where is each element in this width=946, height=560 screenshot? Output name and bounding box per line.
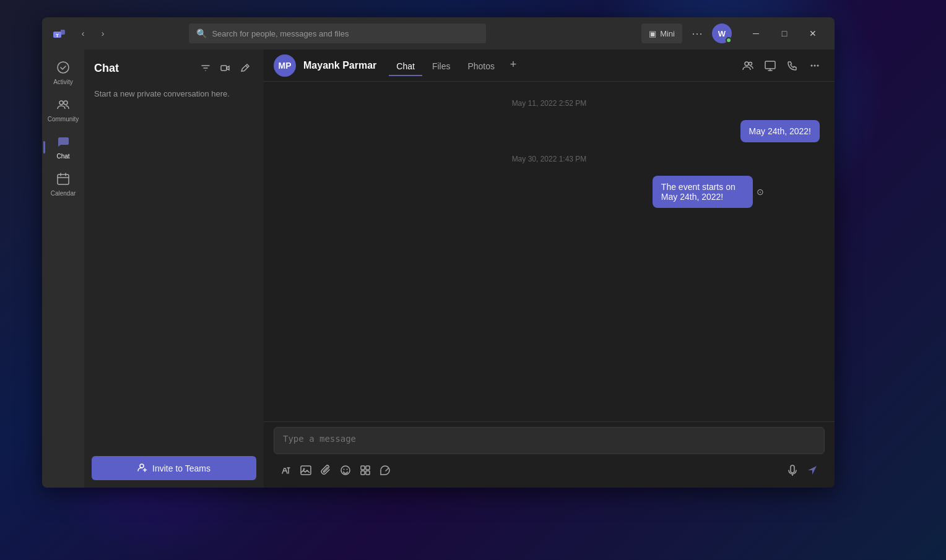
sticker-button[interactable] (375, 460, 395, 480)
svg-rect-21 (366, 471, 370, 475)
screen-share-button[interactable] (760, 56, 780, 75)
read-icon: ⊙ (757, 187, 764, 197)
contact-name: Mayank Parmar (303, 60, 376, 71)
chat-list-panel: Chat (84, 50, 264, 488)
audio-button[interactable] (783, 460, 802, 480)
sidebar: Activity Community (42, 50, 84, 488)
activity-icon (56, 61, 70, 76)
mini-icon: ▣ (649, 29, 656, 38)
activity-label: Activity (53, 79, 73, 85)
mini-button[interactable]: ▣ Mini (641, 24, 682, 43)
chat-list-header: Chat (84, 50, 264, 82)
title-bar: T ‹ › 🔍 Search for people, messages and … (42, 17, 835, 50)
chat-content: MP Mayank Parmar Chat Files Photos + (264, 50, 835, 488)
community-label: Community (48, 116, 79, 123)
chat-header: MP Mayank Parmar Chat Files Photos + (264, 50, 835, 82)
sidebar-item-calendar[interactable]: Calendar (46, 167, 80, 202)
message-row-2: The event starts on May 24th, 2022! ⊙ (279, 176, 820, 208)
toolbar-area (274, 457, 825, 480)
filter-button[interactable] (197, 59, 214, 77)
image-button[interactable] (296, 460, 316, 480)
calendar-label: Calendar (51, 190, 76, 197)
title-bar-right: ▣ Mini ⋯ W ─ □ ✕ (641, 24, 827, 43)
format-button[interactable] (276, 460, 296, 480)
svg-point-11 (814, 64, 816, 66)
title-bar-left: T ‹ › (50, 24, 111, 43)
chat-label: Chat (56, 153, 69, 160)
new-chat-button[interactable] (236, 59, 254, 77)
search-bar[interactable]: 🔍 Search for people, messages and files (189, 24, 486, 43)
invite-icon (137, 462, 147, 474)
teams-logo: T (50, 24, 69, 43)
tab-photos[interactable]: Photos (460, 58, 502, 76)
close-button[interactable]: ✕ (799, 24, 827, 43)
message-input[interactable] (274, 427, 825, 454)
avatar-status (726, 37, 732, 43)
main-layout: Activity Community (42, 50, 835, 488)
svg-point-12 (817, 64, 819, 66)
svg-rect-18 (361, 466, 365, 470)
svg-point-16 (344, 469, 345, 470)
chat-tabs: Chat Files Photos + (389, 56, 522, 75)
svg-point-6 (140, 464, 144, 468)
svg-rect-13 (301, 466, 311, 475)
svg-point-8 (749, 62, 752, 65)
maximize-button[interactable]: □ (770, 24, 799, 43)
nav-arrows: ‹ › (74, 25, 111, 42)
invite-to-teams-button[interactable]: Invite to Teams (92, 456, 256, 480)
attach-button[interactable] (316, 460, 336, 480)
more-button[interactable]: ⋯ (687, 24, 707, 43)
tab-chat[interactable]: Chat (389, 58, 422, 76)
svg-text:T: T (56, 33, 59, 38)
message-bubble-2: The event starts on May 24th, 2022! (653, 176, 753, 208)
svg-rect-9 (765, 61, 775, 69)
chat-list-actions (197, 59, 254, 77)
people-button[interactable] (738, 56, 758, 75)
call-button[interactable] (783, 56, 802, 75)
minimize-button[interactable]: ─ (742, 24, 770, 43)
user-avatar[interactable]: W (712, 24, 732, 43)
chat-list-title: Chat (94, 62, 119, 75)
svg-point-10 (811, 64, 813, 66)
sidebar-item-chat[interactable]: Chat (46, 130, 80, 165)
svg-rect-5 (221, 66, 227, 71)
messages-area: May 11, 2022 2:52 PM May 24th, 2022! May… (264, 82, 835, 421)
sidebar-item-community[interactable]: Community (46, 93, 80, 127)
send-button[interactable] (802, 460, 822, 480)
message-bubble-1: May 24th, 2022! (740, 120, 820, 142)
svg-rect-20 (361, 471, 365, 475)
tab-files[interactable]: Files (425, 58, 458, 76)
community-icon (56, 98, 70, 113)
forward-button[interactable]: › (94, 25, 111, 42)
add-tab-button[interactable]: + (505, 56, 522, 74)
timestamp-1: May 11, 2022 2:52 PM (279, 99, 820, 108)
search-icon: 🔍 (196, 28, 207, 38)
svg-point-2 (59, 101, 63, 105)
message-row: May 24th, 2022! (279, 120, 820, 142)
new-convo-text: Start a new private conversation here. (84, 82, 264, 106)
svg-point-7 (745, 62, 749, 66)
video-chat-button[interactable] (217, 59, 234, 77)
sidebar-item-activity[interactable]: Activity (46, 56, 80, 90)
svg-point-3 (64, 101, 67, 105)
svg-rect-19 (366, 466, 370, 470)
svg-rect-4 (58, 174, 69, 184)
search-placeholder: Search for people, messages and files (212, 29, 349, 38)
chat-header-right (738, 56, 825, 75)
app-window: T ‹ › 🔍 Search for people, messages and … (42, 17, 835, 488)
window-controls: ─ □ ✕ (742, 24, 827, 43)
chat-icon (56, 135, 70, 150)
back-button[interactable]: ‹ (74, 25, 92, 42)
calendar-icon (56, 172, 70, 187)
contact-avatar: MP (274, 54, 296, 77)
more-options-button[interactable] (805, 56, 825, 75)
timestamp-2: May 30, 2022 1:43 PM (279, 155, 820, 163)
emoji-button[interactable] (336, 460, 355, 480)
input-area (264, 421, 835, 488)
svg-point-17 (347, 469, 348, 470)
apps-button[interactable] (355, 460, 375, 480)
